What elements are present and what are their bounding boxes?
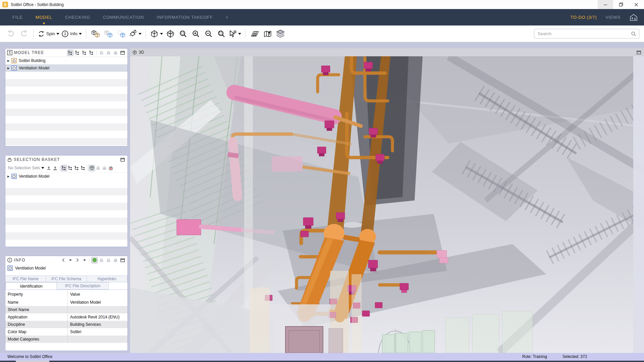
tab-ifc-file-name[interactable]: IFC File Name [5,276,46,282]
tree-row-solibri-building[interactable]: ▶ Solibri Building [5,57,127,64]
basket-remove-button[interactable] [105,257,112,263]
tab-filler [109,282,127,290]
taskbar-edge [0,361,644,362]
basket-set-button[interactable] [112,257,119,263]
menu-information-takeoff[interactable]: INFORMATION TAKEOFF [150,9,219,25]
toolbar-separator [146,29,146,39]
selection-basket-panel: SELECTION BASKET No Selection Sets [5,155,128,247]
minimize-button[interactable] [598,0,613,9]
basket-add-button[interactable] [98,50,105,56]
info-tabs-row2: Identification IFC File Description [5,282,127,290]
tab-identification[interactable]: Identification [5,282,57,290]
info-float-button[interactable] [119,257,126,263]
zoom-out-button[interactable] [202,28,215,40]
info-forward-history-caret[interactable] [81,257,88,263]
basket-add-button[interactable] [98,257,105,263]
model-tree-panel-icon [7,50,12,55]
selection-sets-dropdown[interactable]: No Selection Sets [8,166,40,170]
basket-tree-hierarchy-button[interactable] [61,165,67,171]
info-forward-button[interactable] [74,257,80,263]
selection-basket-float-button[interactable] [119,157,126,163]
expand-arrow-icon[interactable]: ▶ [5,67,11,70]
table-row[interactable]: Name Ventilation Model [5,299,127,306]
spin-tool-button[interactable]: Spin [37,28,60,40]
show-component-in-3d-button[interactable] [91,257,98,263]
show-basket-in-3d-button[interactable] [89,165,95,171]
tab-ifc-file-description[interactable]: IFC File Description [57,282,109,290]
table-row[interactable]: Color Map Solibri [5,328,127,336]
panel-separator [59,165,60,171]
redo-button[interactable] [17,28,30,40]
menu-add-tab[interactable]: + [219,9,235,25]
show-only-selected-button[interactable] [115,28,127,40]
tree-view-layers-button[interactable] [81,50,88,56]
basket-row-ventilation-model[interactable]: ▶ Ventilation Model [5,173,127,180]
expand-arrow-icon[interactable]: ▶ [5,175,11,178]
info-back-button[interactable] [60,257,66,263]
floor-plan-button[interactable] [261,28,274,40]
todo-button[interactable]: TO-DO (3/7) [571,15,597,20]
table-row[interactable]: Discipline Building Services [5,321,127,328]
table-row[interactable]: Model Categories [5,336,127,343]
search-icon[interactable] [631,31,636,37]
menu-model[interactable]: MODEL [29,9,59,25]
basket-tree-flat-button[interactable] [67,165,73,171]
home-view-icon[interactable] [629,13,638,21]
views-button[interactable]: VIEWS [605,15,621,20]
menu-checking[interactable]: CHECKING [59,9,97,25]
search-box [534,29,639,39]
info-panel-icon [7,257,12,263]
walk-plane-button[interactable] [249,28,261,40]
menu-file[interactable]: FILE [6,9,29,25]
zoom-extents-button[interactable] [177,28,190,40]
undo-button[interactable] [5,28,17,40]
colorize-tool-button[interactable] [127,28,143,40]
close-button[interactable] [629,0,644,9]
cube-icon [150,29,159,38]
basket-tree-relations-button[interactable] [80,165,86,171]
grid-plane-icon [250,30,260,38]
basket-remove-button[interactable] [95,165,101,171]
tree-row-ventilation-model[interactable]: ▶ Ventilation Model [5,64,127,72]
active-menu-indicator [43,22,45,24]
view-cube-button[interactable] [149,28,164,40]
model-tree-title: MODEL TREE [14,50,44,55]
basket-tree-layers-button[interactable] [73,165,80,171]
3d-view-float-button[interactable] [636,49,642,56]
selection-basket-panel-icon [7,157,12,162]
zoom-in-button[interactable] [190,28,202,40]
show-selected-components-button[interactable] [102,28,115,40]
show-all-components-button[interactable] [89,28,102,40]
model-tree-empty-rows [5,72,127,146]
zoom-in-icon [192,30,200,38]
info-tool-button[interactable]: Info [60,28,83,40]
basket-remove-button[interactable] [105,50,112,56]
layers-button[interactable] [274,28,287,40]
tab-ifc-file-schema[interactable]: IFC File Schema [46,276,87,282]
map-pin-icon [263,30,272,38]
menu-communication[interactable]: COMMUNICATION [97,9,150,25]
3d-viewport[interactable] [130,56,644,353]
selection-sets-caret-icon[interactable] [41,167,44,169]
tree-view-flat-button[interactable] [74,50,80,56]
select-tool-button[interactable] [228,28,242,40]
basket-set-button[interactable] [101,165,108,171]
model-tree-float-button[interactable] [119,50,126,56]
section-box-button[interactable] [164,28,177,40]
basket-set-button[interactable] [112,50,119,56]
load-selection-set-button[interactable] [46,165,52,171]
info-back-history-caret[interactable] [67,257,73,263]
table-row[interactable]: Application Autodesk Revit 2014 (ENU) [5,313,127,321]
tree-view-hierarchy-button[interactable] [67,50,73,56]
selection-basket-title: SELECTION BASKET [14,157,60,162]
expand-arrow-icon[interactable]: ▶ [5,59,11,62]
3d-scene[interactable] [130,56,644,353]
table-row[interactable]: Short Name [5,306,127,313]
zoom-window-button[interactable] [215,28,228,40]
basket-clear-button[interactable] [108,165,114,171]
tab-hyperlinks[interactable]: Hyperlinks [87,276,127,282]
search-input[interactable] [537,31,631,37]
restore-button[interactable] [613,0,629,9]
save-selection-set-button[interactable] [52,165,58,171]
tree-view-relations-button[interactable] [88,50,95,56]
